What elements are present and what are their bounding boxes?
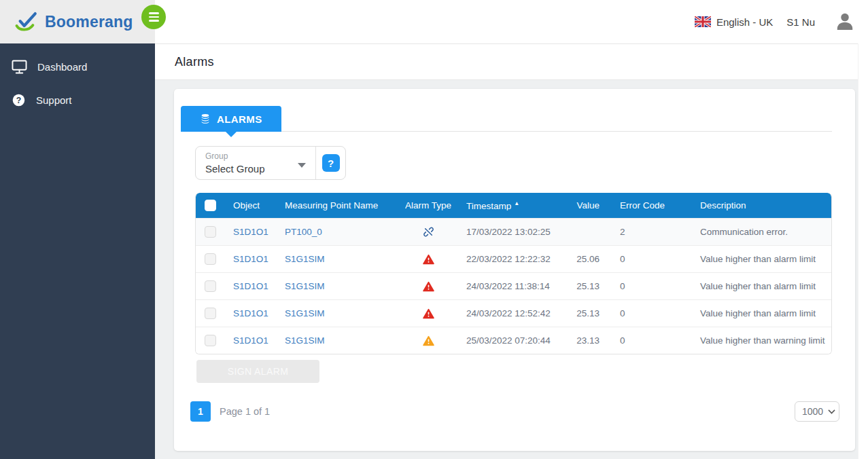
timestamp-cell: 22/03/2022 12:22:32 xyxy=(466,254,566,264)
object-link[interactable]: S1D1O1 xyxy=(233,227,268,237)
monitor-icon xyxy=(12,60,27,74)
language-selector[interactable]: English - UK xyxy=(695,16,773,28)
page-size-select-wrap: 1000 xyxy=(795,401,839,422)
group-select-label: Group xyxy=(205,151,306,161)
error-code-cell: 0 xyxy=(600,254,688,264)
table-row[interactable]: S1D1O1 S1G1SIM 25/03/2022 07:20:44 23.13… xyxy=(196,327,831,354)
error-code-cell: 0 xyxy=(600,281,688,291)
description-cell: Communication error. xyxy=(688,227,831,237)
timestamp-cell: 17/03/2022 13:02:25 xyxy=(466,227,566,237)
column-header-alarm-type[interactable]: Alarm Type xyxy=(405,200,466,210)
object-link[interactable]: S1D1O1 xyxy=(233,254,268,264)
sidebar-item-dashboard[interactable]: Dashboard xyxy=(0,50,155,84)
alarm-alarm-icon xyxy=(423,254,434,265)
group-select[interactable]: Group Select Group xyxy=(196,147,315,179)
tab-notch xyxy=(226,132,237,137)
language-label: English - UK xyxy=(716,16,773,28)
sidebar-item-label: Dashboard xyxy=(37,61,87,73)
alarms-card: ALARMS Group Select Group ? xyxy=(174,89,855,451)
menu-toggle-button[interactable] xyxy=(141,5,166,29)
value-cell: 25.13 xyxy=(566,281,600,291)
top-bar-right: English - UK S1 Nu xyxy=(695,11,868,33)
chevron-down-icon xyxy=(298,163,306,168)
disconnected-alarm-icon xyxy=(423,226,434,238)
measuring-point-link[interactable]: PT100_0 xyxy=(285,227,322,237)
warning-alarm-icon xyxy=(423,335,434,346)
object-link[interactable]: S1D1O1 xyxy=(233,308,268,318)
description-cell: Value higher than alarm limit xyxy=(688,308,831,318)
header-checkbox-cell xyxy=(196,200,233,211)
table-row[interactable]: S1D1O1 S1G1SIM 24/03/2022 12:52:42 25.13… xyxy=(196,299,831,327)
sort-ascending-icon: ▲ xyxy=(514,200,519,206)
table-body: S1D1O1 PT100_0 17/03/2022 13:02:25 2 Com… xyxy=(196,218,831,354)
measuring-point-link[interactable]: S1G1SIM xyxy=(285,308,325,318)
top-bar: Boomerang English - UK S1 Nu xyxy=(0,0,868,43)
description-cell: Value higher than warning limit xyxy=(688,335,831,346)
table-row[interactable]: S1D1O1 PT100_0 17/03/2022 13:02:25 2 Com… xyxy=(196,218,831,245)
page-title-bar: Alarms xyxy=(155,44,858,80)
error-code-cell: 0 xyxy=(600,335,688,346)
measuring-point-link[interactable]: S1G1SIM xyxy=(285,254,325,264)
username-label[interactable]: S1 Nu xyxy=(786,16,815,28)
uk-flag-icon xyxy=(695,16,711,27)
object-link[interactable]: S1D1O1 xyxy=(233,281,268,291)
measuring-point-link[interactable]: S1G1SIM xyxy=(285,281,325,291)
user-avatar-icon[interactable] xyxy=(834,11,856,33)
alarms-table: Object Measuring Point Name Alarm Type T… xyxy=(195,193,832,354)
table-header-row: Object Measuring Point Name Alarm Type T… xyxy=(196,193,831,218)
sidebar-item-support[interactable]: ? Support xyxy=(0,84,155,117)
row-checkbox[interactable] xyxy=(205,253,216,265)
value-cell: 25.13 xyxy=(566,308,600,318)
column-header-object[interactable]: Object xyxy=(233,200,285,210)
row-checkbox[interactable] xyxy=(205,308,216,319)
tab-label: ALARMS xyxy=(217,113,262,125)
description-cell: Value higher than alarm limit xyxy=(688,254,831,264)
object-link[interactable]: S1D1O1 xyxy=(233,335,268,346)
page-size-select[interactable]: 1000 xyxy=(795,401,839,422)
row-checkbox[interactable] xyxy=(205,280,216,292)
question-circle-icon: ? xyxy=(12,93,26,107)
page-1-button[interactable]: 1 xyxy=(190,401,211,422)
svg-text:?: ? xyxy=(16,96,21,105)
error-code-cell: 2 xyxy=(600,227,688,237)
description-cell: Value higher than alarm limit xyxy=(688,281,831,291)
filter-row: Group Select Group ? xyxy=(195,146,855,180)
table-row[interactable]: S1D1O1 S1G1SIM 24/03/2022 11:38:14 25.13… xyxy=(196,272,831,299)
tab-alarms[interactable]: ALARMS xyxy=(181,106,281,132)
help-button[interactable]: ? xyxy=(322,154,340,172)
column-header-timestamp[interactable]: Timestamp▲ xyxy=(466,200,566,211)
select-all-checkbox[interactable] xyxy=(205,200,216,211)
timestamp-cell: 24/03/2022 11:38:14 xyxy=(466,281,566,291)
column-header-description[interactable]: Description xyxy=(688,200,831,210)
sign-alarm-button[interactable]: SIGN ALARM xyxy=(196,360,319,383)
error-code-cell: 0 xyxy=(600,308,688,318)
app-window: Boomerang English - UK S1 Nu xyxy=(0,0,868,459)
group-filter: Group Select Group ? xyxy=(195,146,346,180)
group-select-value: Select Group xyxy=(205,163,306,175)
hamburger-icon xyxy=(149,12,159,14)
logo-area: Boomerang xyxy=(0,0,155,43)
brand-name: Boomerang xyxy=(45,13,133,31)
pagination-left: 1 Page 1 of 1 xyxy=(190,401,270,422)
value-cell: 25.06 xyxy=(566,254,600,264)
alarm-alarm-icon xyxy=(423,281,434,292)
page-title: Alarms xyxy=(175,55,214,69)
main-area: Alarms ALARMS xyxy=(155,43,858,459)
content-area: ALARMS Group Select Group ? xyxy=(155,89,858,459)
tab-row: ALARMS xyxy=(181,89,832,132)
measuring-point-link[interactable]: S1G1SIM xyxy=(285,335,325,346)
column-header-measuring-point-name[interactable]: Measuring Point Name xyxy=(285,200,405,210)
row-checkbox[interactable] xyxy=(205,226,216,238)
column-header-error-code[interactable]: Error Code xyxy=(600,200,688,210)
page-count-label: Page 1 of 1 xyxy=(220,406,270,417)
value-cell: 23.13 xyxy=(566,335,600,346)
scrollbar-track[interactable] xyxy=(858,43,868,459)
sidebar-item-label: Support xyxy=(36,94,72,106)
column-header-value[interactable]: Value xyxy=(566,200,600,210)
database-icon xyxy=(200,113,211,124)
help-section: ? xyxy=(316,147,345,179)
row-checkbox[interactable] xyxy=(205,335,216,346)
table-row[interactable]: S1D1O1 S1G1SIM 22/03/2022 12:22:32 25.06… xyxy=(196,245,831,272)
alarm-alarm-icon xyxy=(423,308,434,319)
sidebar: Dashboard ? Support xyxy=(0,43,155,459)
